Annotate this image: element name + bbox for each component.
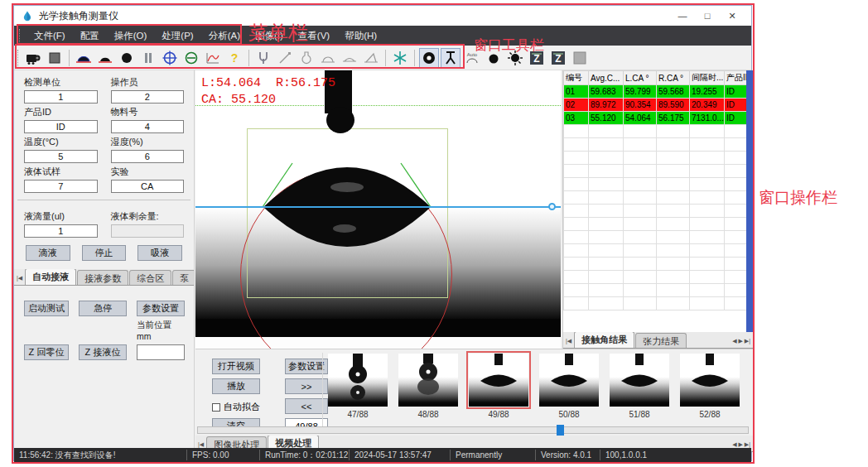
menu-item-0[interactable]: 文件(F) xyxy=(27,31,73,41)
angle-tool-icon[interactable] xyxy=(361,48,381,68)
drop-circle-icon[interactable] xyxy=(117,48,137,68)
column-header[interactable]: 间隔时... xyxy=(690,71,725,85)
capture-device-icon[interactable] xyxy=(23,48,43,68)
auto-fit-row: 自动拟合 xyxy=(212,398,260,416)
field-input-2[interactable]: ID xyxy=(24,120,98,133)
menu-item-4[interactable]: 分析(A) xyxy=(201,31,248,41)
thumbnail-image[interactable] xyxy=(469,354,528,407)
dispense-button[interactable]: 滴液 xyxy=(26,245,70,261)
baseline-line[interactable] xyxy=(195,206,561,208)
play-button[interactable]: 播放 xyxy=(212,378,260,394)
aspirate-button[interactable]: 吸液 xyxy=(137,245,182,261)
field-input-0[interactable]: 1 xyxy=(24,90,98,104)
results-tab-1[interactable]: 张力结果 xyxy=(635,333,687,348)
thumbnail-49-88[interactable]: 49/88 xyxy=(469,354,528,419)
start-test-button[interactable]: 启动测试 xyxy=(24,301,69,316)
thumbnail-label: 51/88 xyxy=(610,410,669,419)
thumbnail-50-88[interactable]: 50/88 xyxy=(539,354,599,419)
thumbnail-image[interactable] xyxy=(610,354,669,407)
thumbnail-48-88[interactable]: 48/88 xyxy=(398,354,458,419)
empty-row xyxy=(564,191,748,205)
dispense-tab-3[interactable]: 泵 xyxy=(172,270,194,285)
column-header[interactable]: L.CA ° xyxy=(624,71,657,85)
pendant-drop-outline-icon[interactable] xyxy=(297,48,316,68)
crosshair-target-icon[interactable] xyxy=(160,48,180,68)
drop-burst-icon[interactable] xyxy=(505,48,525,68)
donut-drop-icon[interactable] xyxy=(419,48,439,68)
results-tab-0[interactable]: 接触角结果 xyxy=(574,332,634,348)
snowflake-icon[interactable] xyxy=(390,48,410,68)
thumbnail-image[interactable] xyxy=(680,354,740,407)
stand-tool-icon[interactable] xyxy=(441,48,461,68)
menu-item-5[interactable]: 图像(I) xyxy=(248,31,291,41)
field-input-4[interactable]: 5 xyxy=(24,150,98,163)
curve-chart-icon[interactable] xyxy=(203,48,223,68)
thumbnail-51-88[interactable]: 51/88 xyxy=(610,354,669,419)
menu-item-2[interactable]: 操作(O) xyxy=(107,31,155,41)
menu-item-1[interactable]: 配置 xyxy=(73,31,107,41)
field-input-3[interactable]: 4 xyxy=(111,120,185,133)
flat-drop-outline-icon[interactable] xyxy=(340,48,359,68)
z-liquid-button[interactable]: Z 接液位 xyxy=(79,344,127,360)
dispense-tab-2[interactable]: 综合区 xyxy=(129,270,171,285)
stop-square-icon[interactable] xyxy=(45,48,65,68)
z-chart-icon-2[interactable]: Z xyxy=(548,48,568,68)
needle-line-icon[interactable] xyxy=(275,48,295,68)
menu-item-7[interactable]: 帮助(H) xyxy=(337,31,384,41)
baseline-handle[interactable] xyxy=(548,203,556,210)
green-minus-circle-icon[interactable] xyxy=(181,48,201,68)
seek-slider-track[interactable] xyxy=(197,426,749,434)
thumbnail-image[interactable] xyxy=(328,354,388,407)
position-value-input[interactable] xyxy=(137,344,185,360)
menu-item-3[interactable]: 处理(P) xyxy=(154,31,200,41)
results-scrollbar[interactable] xyxy=(746,70,753,335)
sessile-drop-blue-icon[interactable] xyxy=(74,48,94,68)
pause-icon[interactable] xyxy=(138,48,158,68)
z-zero-button[interactable]: Z 回零位 xyxy=(24,344,69,360)
dispense-scroll-left[interactable]: |◀ xyxy=(14,275,25,285)
column-header[interactable]: 产品ID xyxy=(725,71,748,85)
auto-fit-checkbox[interactable] xyxy=(212,403,220,412)
thumbnail-47-88[interactable]: 47/88 xyxy=(328,354,388,419)
empty-row xyxy=(564,271,748,284)
z-chart-icon-1[interactable]: Z xyxy=(527,48,547,68)
maximize-button[interactable]: □ xyxy=(695,6,720,26)
menu-item-6[interactable]: 查看(V) xyxy=(291,31,337,41)
result-row[interactable]: 0289.97290.35489.59020.349ID xyxy=(564,99,748,112)
auto-fit-icon[interactable]: Auto xyxy=(462,48,482,68)
window-title: 光学接触角测量仪 xyxy=(39,9,118,23)
field-input-7[interactable]: CA xyxy=(111,180,185,193)
minimize-button[interactable]: — xyxy=(670,6,695,26)
sessile-drop-black-icon[interactable] xyxy=(95,48,115,68)
help-icon[interactable]: ? xyxy=(224,48,244,68)
drop-volume-input[interactable]: 1 xyxy=(24,224,98,238)
emergency-stop-button[interactable]: 急停 xyxy=(79,301,127,316)
results-scroll-right[interactable]: ◀ ▶ ▶| xyxy=(730,338,753,348)
field-input-5[interactable]: 6 xyxy=(111,150,185,163)
param-settings-button[interactable]: 参数设置 xyxy=(137,301,185,316)
result-row[interactable]: 0355.12054.06456.1757131.0...ID xyxy=(564,112,748,125)
thumbnail-image[interactable] xyxy=(398,354,458,407)
dome-outline-icon[interactable] xyxy=(318,48,338,68)
auto-fit-label: 自动拟合 xyxy=(224,401,260,413)
menu-grip xyxy=(19,29,20,42)
result-row[interactable]: 0159.68359.79959.56819.255ID xyxy=(564,85,748,99)
field-input-1[interactable]: 2 xyxy=(111,90,185,104)
stop-dispense-button[interactable]: 停止 xyxy=(82,245,127,261)
field-input-6[interactable]: 7 xyxy=(24,180,98,193)
close-button[interactable]: ✕ xyxy=(720,6,745,26)
black-drop-icon[interactable] xyxy=(484,48,504,68)
gray-square-icon[interactable] xyxy=(570,48,590,68)
dispense-tab-1[interactable]: 接液参数 xyxy=(77,270,128,285)
results-scroll-left[interactable]: |◀ xyxy=(563,338,574,348)
screenshot-page: 光学接触角测量仪 — □ ✕ 文件(F)配置操作(O)处理(P)分析(A)图像(… xyxy=(0,0,868,467)
thumbnail-image[interactable] xyxy=(539,354,599,407)
clamp-tool-icon[interactable] xyxy=(253,48,273,68)
column-header[interactable]: Avg.C... xyxy=(589,71,624,85)
thumbnail-52-88[interactable]: 52/88 xyxy=(680,354,740,419)
divider xyxy=(17,200,190,200)
column-header[interactable]: 编号 xyxy=(564,71,589,85)
dispense-tab-0[interactable]: 自动接液 xyxy=(25,269,76,285)
open-video-button[interactable]: 打开视频 xyxy=(212,359,260,374)
column-header[interactable]: R.CA ° xyxy=(657,71,690,85)
